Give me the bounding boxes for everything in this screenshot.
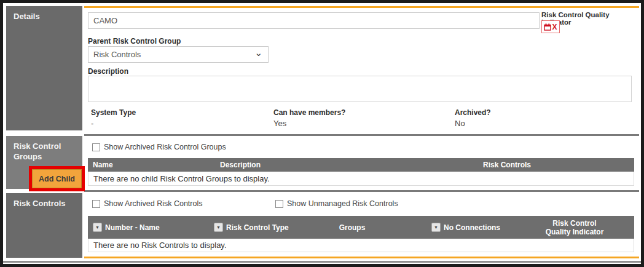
show-unmanaged-controls-row: Show Unmanaged Risk Controls — [275, 199, 398, 208]
section-divider — [84, 134, 639, 136]
top-accent-bar — [84, 6, 639, 8]
description-label: Description — [88, 67, 128, 76]
sidebar-section-label: Risk Controls — [14, 199, 66, 208]
add-child-highlight-box: Add Child — [29, 166, 85, 191]
show-archived-groups-checkbox[interactable] — [92, 143, 100, 151]
bottom-accent-bar — [84, 257, 639, 258]
parent-group-label: Parent Risk Control Group — [88, 37, 181, 46]
filter-arrow-glyph: ▼ — [95, 225, 100, 229]
column-header-label: Risk Control Type — [226, 223, 289, 232]
name-input[interactable] — [88, 12, 540, 29]
description-textarea[interactable] — [88, 76, 632, 102]
column-header-number-name: ▼ Number - Name — [88, 223, 214, 232]
section-divider — [84, 190, 639, 192]
empty-table-row: There are no child Risk Control Groups t… — [88, 172, 634, 186]
add-child-button[interactable]: Add Child — [32, 169, 82, 188]
sidebar-section-label: Risk Control Groups — [14, 141, 61, 161]
can-have-members-label: Can have members? — [273, 108, 345, 117]
column-header-no-connections: ▼ No Connections — [389, 223, 543, 232]
broken-image-icon: X — [541, 20, 560, 33]
column-header-label: Risk Control Quality Indicator — [543, 219, 607, 236]
column-header-label: Groups — [339, 223, 366, 232]
show-unmanaged-controls-label: Show Unmanaged Risk Controls — [287, 199, 398, 208]
system-type-label: System Type — [91, 108, 136, 117]
filter-dropdown-icon[interactable]: ▼ — [431, 223, 441, 232]
sidebar-section-details: Details — [6, 6, 82, 130]
filter-dropdown-icon[interactable]: ▼ — [93, 223, 102, 232]
archived-value: No — [455, 119, 465, 128]
system-type-value: - — [91, 119, 93, 128]
table-header-row: ▼ Number - Name ▼ Risk Control Type Grou… — [88, 216, 634, 239]
column-header-groups: Groups — [315, 223, 389, 232]
show-archived-groups-label: Show Archived Risk Control Groups — [104, 143, 226, 151]
filter-arrow-glyph: ▼ — [434, 225, 438, 229]
empty-table-row: There are no Risk Controls to display. — [88, 239, 634, 252]
calendar-glyph — [544, 23, 551, 31]
parent-group-select[interactable]: Risk Controls ⌄ — [88, 46, 269, 63]
show-archived-controls-row: Show Archived Risk Controls — [92, 199, 202, 208]
risk-control-groups-table: Name Description Risk Controls There are… — [88, 158, 634, 186]
filter-arrow-glyph: ▼ — [216, 225, 221, 229]
show-archived-controls-label: Show Archived Risk Controls — [104, 199, 202, 208]
column-header-risk-control-type: ▼ Risk Control Type — [214, 223, 315, 232]
show-archived-groups-row: Show Archived Risk Control Groups — [92, 143, 226, 151]
column-header-name: Name — [88, 161, 220, 169]
show-archived-controls-checkbox[interactable] — [92, 200, 100, 208]
column-header-risk-controls: Risk Controls — [380, 161, 634, 169]
broken-x-glyph: X — [552, 23, 557, 31]
sidebar-section-risk-controls: Risk Controls — [6, 193, 82, 258]
chevron-down-icon: ⌄ — [254, 47, 262, 58]
filter-dropdown-icon[interactable]: ▼ — [214, 223, 223, 232]
parent-group-selected-value: Risk Controls — [93, 50, 141, 59]
empty-message: There are no Risk Controls to display. — [93, 241, 227, 250]
show-unmanaged-controls-checkbox[interactable] — [275, 200, 283, 208]
empty-message: There are no child Risk Control Groups t… — [93, 174, 270, 183]
column-header-label: Number - Name — [105, 223, 160, 232]
table-header-row: Name Description Risk Controls — [88, 158, 634, 172]
column-header-quality-indicator: Risk Control Quality Indicator — [543, 219, 634, 236]
column-header-label: No Connections — [444, 223, 500, 232]
risk-controls-table: ▼ Number - Name ▼ Risk Control Type Grou… — [88, 216, 634, 252]
can-have-members-value: Yes — [273, 119, 286, 128]
bottom-divider — [3, 261, 641, 263]
archived-label: Archived? — [455, 108, 491, 117]
sidebar-section-label: Details — [14, 12, 40, 21]
column-header-description: Description — [220, 161, 380, 169]
